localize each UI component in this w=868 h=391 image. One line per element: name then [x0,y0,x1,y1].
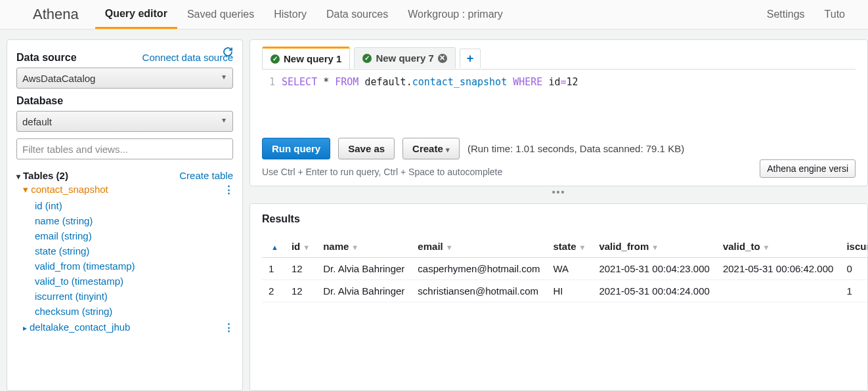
table-deltalake-contact-jhub[interactable]: deltalake_contact_jhub [23,321,130,333]
nav-tab-workgroup[interactable]: Workgroup : primary [398,0,513,29]
nav-tab-saved-queries[interactable]: Saved queries [177,0,264,29]
refresh-icon[interactable] [223,47,233,59]
engine-version-button[interactable]: Athena engine versi [760,159,856,178]
results-table: ▲ id▼ name▼ email▼ state▼ valid_from▼ va… [262,236,868,302]
column-iscurrent[interactable]: iscurrent (tinyint) [35,289,233,304]
data-source-value: AwsDataCatalog [22,73,95,84]
sort-icon: ▼ [651,243,659,251]
col-rownum[interactable]: ▲ [262,236,285,258]
table-actions-menu-2[interactable]: ⋮ [224,321,233,333]
table-cell: 12 [285,280,316,302]
table-cell: casperhymen@hotmail.com [411,258,546,280]
table-cell: 1 [840,280,868,302]
run-info: (Run time: 1.01 seconds, Data scanned: 7… [467,143,684,154]
query-tab-1-label: New query 1 [284,53,341,64]
create-button[interactable]: Create ▾ [402,138,460,159]
database-label: Database [16,95,233,107]
table-cell: Dr. Alvia Bahringer [316,280,411,302]
nav-tab-query-editor[interactable]: Query editor [95,0,177,29]
table-cell [716,280,840,302]
table-contact-snapshot[interactable]: ▾ contact_snapshot [23,184,108,196]
query-tab-7[interactable]: ✓ New query 7 ✕ [354,47,455,68]
table-cell: 2021-05-31 00:04:23.000 [592,258,716,280]
editor-hint: Use Ctrl + Enter to run query, Ctrl + Sp… [262,167,502,177]
query-tab-1[interactable]: ✓ New query 1 [262,47,350,69]
table-cell: 2 [262,280,285,302]
create-table-link[interactable]: Create table [179,170,233,181]
filter-tables-input[interactable] [16,138,233,159]
col-valid-to[interactable]: valid_to▼ [716,236,840,258]
sort-asc-icon: ▲ [271,243,278,251]
table-cell: WA [547,258,593,280]
left-panel: Data source Connect data source AwsDataC… [7,39,243,391]
col-valid-from[interactable]: valid_from▼ [592,236,716,258]
chevron-down-icon: ▾ [446,146,450,154]
col-name[interactable]: name▼ [316,236,411,258]
sort-icon: ▼ [303,243,310,251]
connect-data-source-link[interactable]: Connect data source [142,52,233,63]
col-state[interactable]: state▼ [547,236,593,258]
sort-icon: ▼ [579,243,586,251]
results-panel: Results ▲ id▼ name▼ email▼ state▼ valid_… [250,203,868,391]
column-list: id (int) name (string) email (string) st… [35,198,233,319]
nav-settings[interactable]: Settings [757,9,815,20]
column-email[interactable]: email (string) [35,228,233,243]
editor-panel: ✓ New query 1 ✓ New query 7 ✕ + 1SELECT … [250,39,868,186]
status-ok-icon: ✓ [362,54,372,63]
table-cell: schristiansen@hotmail.com [411,280,546,302]
data-source-select[interactable]: AwsDataCatalog [16,68,233,89]
col-email[interactable]: email▼ [411,236,546,258]
column-valid-to[interactable]: valid_to (timestamp) [35,274,233,289]
results-title: Results [262,213,856,225]
top-navbar: Athena Query editor Saved queries Histor… [0,0,868,30]
col-iscurrent[interactable]: iscurrent▼ [840,236,868,258]
column-state[interactable]: state (string) [35,243,233,258]
table-cell: 2021-05-31 00:04:24.000 [592,280,716,302]
nav-tab-history[interactable]: History [264,0,316,29]
table-row: 112Dr. Alvia Bahringercasperhymen@hotmai… [262,258,868,280]
nav-tutorial[interactable]: Tuto [815,9,855,20]
table-cell: Dr. Alvia Bahringer [316,258,411,280]
column-checksum[interactable]: checksum (string) [35,304,233,319]
table-row: 212Dr. Alvia Bahringerschristiansen@hotm… [262,280,868,302]
resize-handle[interactable]: ••• [250,186,868,201]
sql-editor[interactable]: 1SELECT * FROM default.contact_snapshot … [262,72,856,134]
status-ok-icon: ✓ [271,54,280,64]
table-cell: 0 [840,258,868,280]
nav-tab-data-sources[interactable]: Data sources [316,0,398,29]
data-source-label: Data source [16,52,77,64]
database-select[interactable]: default [16,111,233,132]
database-value: default [22,116,52,127]
table-cell: 12 [285,258,316,280]
query-tab-7-label: New query 7 [376,52,433,64]
column-id[interactable]: id (int) [35,198,233,213]
line-number: 1 [262,76,282,88]
column-name[interactable]: name (string) [35,213,233,228]
col-id[interactable]: id▼ [285,236,316,258]
table-cell: 2021-05-31 00:06:42.000 [716,258,840,280]
brand: Athena [33,6,79,23]
run-query-button[interactable]: Run query [262,138,330,159]
sort-icon: ▼ [351,243,358,251]
table-cell: HI [547,280,593,302]
sort-icon: ▼ [763,243,770,251]
column-valid-from[interactable]: valid_from (timestamp) [35,258,233,274]
sort-icon: ▼ [446,243,453,251]
save-as-button[interactable]: Save as [338,138,395,159]
nav-tabs: Query editor Saved queries History Data … [95,0,513,29]
add-query-tab[interactable]: + [460,49,481,68]
table-actions-menu[interactable]: ⋮ [224,184,233,196]
close-tab-icon[interactable]: ✕ [438,54,447,63]
table-cell: 1 [262,258,285,280]
query-tabstrip: ✓ New query 1 ✓ New query 7 ✕ + [262,47,856,70]
tables-section-toggle[interactable]: Tables (2) [16,170,68,181]
